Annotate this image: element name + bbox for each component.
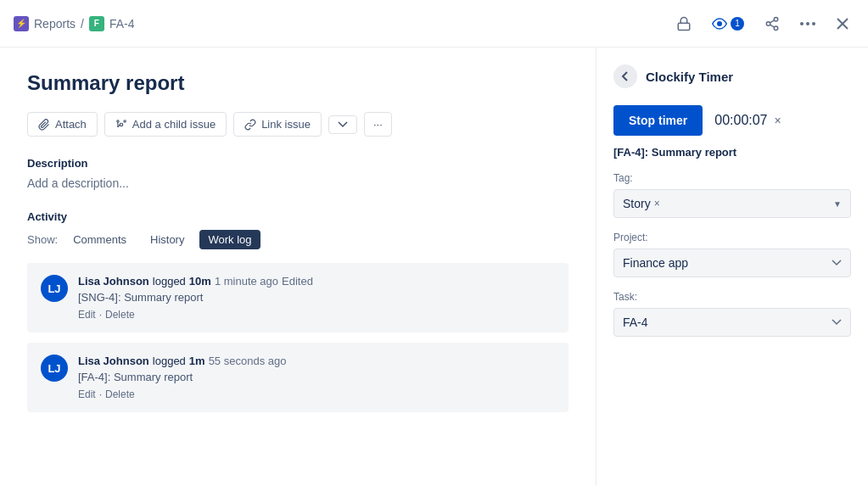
project-select[interactable]: Finance app: [613, 249, 851, 277]
log-header: Lisa Johnson logged 10m 1 minute ago Edi…: [78, 275, 555, 288]
activity-section: Activity Show: Comments History Work log…: [27, 210, 568, 412]
svg-point-8: [806, 22, 809, 25]
activity-label: Activity: [27, 210, 568, 223]
project-label: Project:: [613, 232, 851, 243]
log-action: logged: [153, 275, 186, 288]
log-amount: 1m: [189, 355, 205, 367]
tag-select-wrapper: Story × ▼: [613, 189, 851, 218]
right-panel: Clockify Timer Stop timer 00:00:07 × [FA…: [596, 47, 868, 486]
timer-close-button[interactable]: ×: [775, 114, 781, 127]
svg-line-5: [770, 25, 774, 27]
clockify-title: Clockify Timer: [646, 70, 733, 84]
toolbar: Attach Add a child issue Link issue: [27, 112, 568, 137]
dot-separator: ·: [99, 309, 102, 321]
log-amount: 10m: [189, 275, 211, 288]
back-icon: [619, 70, 631, 82]
filter-comments[interactable]: Comments: [64, 230, 135, 249]
share-button[interactable]: [759, 11, 785, 36]
svg-point-9: [812, 22, 815, 25]
svg-line-6: [770, 20, 774, 22]
svg-rect-0: [678, 23, 690, 30]
eye-icon: [712, 16, 727, 31]
issue-breadcrumb[interactable]: FA-4: [109, 17, 135, 31]
tag-label: Tag:: [613, 172, 851, 184]
task-select[interactable]: FA-4: [613, 308, 851, 337]
dot-separator: ·: [99, 388, 102, 400]
link-label: Link issue: [261, 118, 311, 131]
svg-point-14: [124, 120, 126, 121]
app-icon: ⚡: [14, 16, 29, 31]
filter-worklog[interactable]: Work log: [199, 230, 260, 249]
project-field-group: Project: Finance app: [613, 232, 851, 277]
ellipsis-icon: [800, 22, 815, 25]
issue-reference: [FA-4]: Summary report: [613, 146, 851, 159]
share-icon: [764, 16, 780, 31]
stop-timer-button[interactable]: Stop timer: [613, 105, 703, 136]
close-button[interactable]: [831, 12, 854, 36]
svg-point-1: [718, 21, 722, 25]
delete-button[interactable]: Delete: [105, 388, 135, 400]
svg-point-13: [117, 120, 119, 121]
edit-button[interactable]: Edit: [78, 388, 96, 400]
avatar: LJ: [41, 355, 68, 382]
issue-icon: F: [89, 16, 104, 31]
svg-point-7: [800, 22, 804, 25]
clockify-header: Clockify Timer: [613, 64, 851, 88]
attach-button[interactable]: Attach: [27, 112, 98, 137]
task-field-group: Task: FA-4: [613, 291, 851, 337]
tag-text: Story: [623, 197, 651, 210]
watch-count: 1: [731, 17, 744, 31]
back-button[interactable]: [613, 64, 637, 88]
page-title: Summary report: [27, 71, 568, 95]
delete-button[interactable]: Delete: [105, 309, 135, 321]
tag-remove-button[interactable]: ×: [654, 198, 660, 209]
log-time: 55 seconds ago: [209, 355, 287, 367]
log-issue: [SNG-4]: Summary report: [78, 291, 555, 304]
log-entry: LJ Lisa Johnson logged 1m 55 seconds ago…: [27, 343, 568, 412]
svg-point-12: [120, 123, 123, 126]
timer-display: 00:00:07 ×: [714, 113, 781, 128]
link-issue-button[interactable]: Link issue: [233, 112, 322, 137]
log-header: Lisa Johnson logged 1m 55 seconds ago: [78, 355, 555, 367]
attach-label: Attach: [55, 118, 87, 131]
chevron-down-icon: [338, 121, 348, 128]
paperclip-icon: [38, 119, 50, 131]
tag-field-group: Tag: Story × ▼: [613, 172, 851, 218]
reports-breadcrumb[interactable]: Reports: [34, 17, 76, 31]
breadcrumb: ⚡ Reports / F FA-4: [14, 16, 135, 31]
lock-button[interactable]: [671, 11, 697, 36]
description-placeholder[interactable]: Add a description...: [27, 176, 568, 190]
log-entry: LJ Lisa Johnson logged 10m 1 minute ago …: [27, 263, 568, 332]
watch-button[interactable]: 1: [707, 11, 749, 36]
more-button[interactable]: [795, 17, 820, 31]
timer-value: 00:00:07: [714, 113, 767, 128]
tag-select[interactable]: Story × ▼: [613, 189, 851, 218]
breadcrumb-separator: /: [81, 17, 84, 31]
add-child-issue-button[interactable]: Add a child issue: [104, 112, 227, 137]
left-panel: Summary report Attach Add a child issue: [0, 47, 596, 486]
log-tag: Edited: [282, 275, 313, 288]
log-author: Lisa Johnson: [78, 275, 149, 288]
top-bar: ⚡ Reports / F FA-4 1: [0, 0, 868, 47]
log-content: Lisa Johnson logged 1m 55 seconds ago [F…: [78, 355, 555, 400]
task-label: Task:: [613, 291, 851, 303]
log-issue: [FA-4]: Summary report: [78, 371, 555, 383]
timer-row: Stop timer 00:00:07 ×: [613, 105, 851, 136]
filter-history[interactable]: History: [142, 230, 193, 249]
log-action: logged: [153, 355, 186, 367]
edit-button[interactable]: Edit: [78, 309, 96, 321]
activity-filters: Show: Comments History Work log: [27, 230, 568, 249]
close-icon: [836, 17, 849, 31]
main-layout: Summary report Attach Add a child issue: [0, 47, 868, 486]
avatar: LJ: [41, 275, 68, 302]
tag-chevron-icon: ▼: [833, 199, 842, 209]
log-time: 1 minute ago: [215, 275, 278, 288]
add-child-label: Add a child issue: [132, 118, 216, 131]
top-bar-actions: 1: [671, 11, 854, 36]
description-label: Description: [27, 157, 568, 170]
tag-value: Story ×: [623, 197, 660, 210]
more-actions-button[interactable]: ···: [364, 112, 392, 137]
ellipsis-label: ···: [373, 118, 383, 131]
log-author: Lisa Johnson: [78, 355, 149, 367]
dropdown-button[interactable]: [328, 115, 357, 134]
